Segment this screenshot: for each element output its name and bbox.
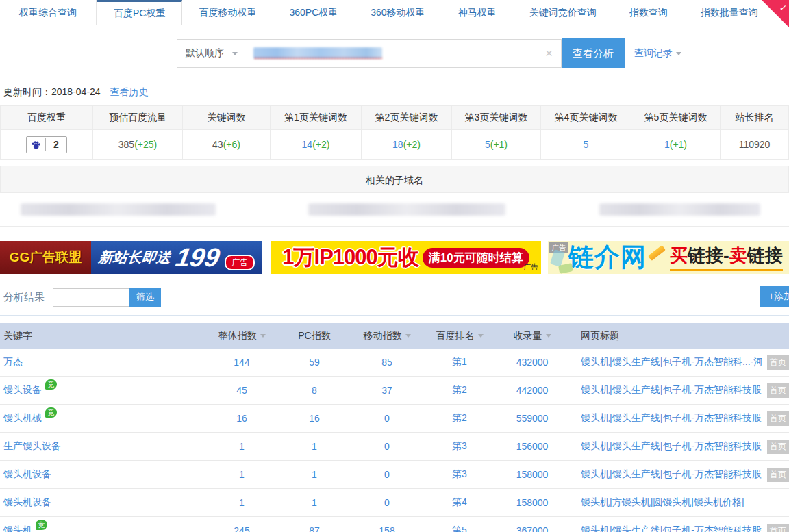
tab-index-query[interactable]: 指数查询 xyxy=(613,0,684,25)
tab-weight-overview[interactable]: 权重综合查询 xyxy=(0,0,97,25)
keyword-link[interactable]: 馒头机 xyxy=(3,524,32,532)
overall-index-value[interactable]: 1 xyxy=(205,441,278,452)
collected-value[interactable]: 158000 xyxy=(496,469,568,480)
pc-index-value[interactable]: 1 xyxy=(278,441,351,452)
baidu-rank-value: 第5 xyxy=(423,524,496,532)
tab-keyword-bidding[interactable]: 关键词竞价查询 xyxy=(513,0,613,25)
mobile-index-value[interactable]: 0 xyxy=(351,441,423,452)
pc-index-value[interactable]: 1 xyxy=(278,497,351,508)
page3-cell[interactable]: 5(+1) xyxy=(452,130,541,160)
page-title-link[interactable]: 馒头机|馒头生产线|包子机-万杰智能科...-河... xyxy=(581,356,762,368)
search-input[interactable]: × xyxy=(245,39,562,68)
page2-cell[interactable]: 18(+2) xyxy=(362,130,452,160)
tab-baidu-pc-weight[interactable]: 百度PC权重 xyxy=(97,0,182,25)
overall-index-value[interactable]: 1 xyxy=(205,497,278,508)
collected-value[interactable]: 432000 xyxy=(496,357,568,368)
page3-delta: (+1) xyxy=(490,139,508,150)
mobile-index-value[interactable]: 158 xyxy=(351,525,423,532)
homepage-badge: 首页 xyxy=(767,468,789,482)
page4-value[interactable]: 5 xyxy=(584,139,589,150)
page1-value[interactable]: 14 xyxy=(302,139,313,150)
keyword-link[interactable]: 馒头机设备 xyxy=(3,496,51,509)
view-history-link[interactable]: 查看历史 xyxy=(110,86,149,97)
tab-index-batch-query[interactable]: 指数批量查询 xyxy=(684,0,775,25)
page-title-link[interactable]: 馒头机|馒头生产线|包子机-万杰智能科技股份... xyxy=(581,384,762,396)
add-button[interactable]: +添加 xyxy=(760,286,789,307)
page1-cell[interactable]: 14(+2) xyxy=(271,130,362,160)
page-title-link[interactable]: 馒头机|馒头生产线|包子机-万杰智能科技股份... xyxy=(581,440,762,453)
collected-value[interactable]: 367000 xyxy=(496,525,568,532)
pc-index-value[interactable]: 87 xyxy=(278,525,351,532)
ad-banner-gg-alliance[interactable]: GG广告联盟 新站长即送 199 广告 xyxy=(0,241,262,274)
overall-index-value[interactable]: 144 xyxy=(205,357,278,368)
filter-button[interactable]: 筛选 xyxy=(129,288,161,307)
keyword-link[interactable]: 馒头机设备 xyxy=(3,468,51,481)
tab-360-pc-weight[interactable]: 360PC权重 xyxy=(273,0,354,25)
mobile-index-value[interactable]: 0 xyxy=(351,413,423,424)
baidu-rank-value: 第2 xyxy=(423,412,496,425)
overall-index-value[interactable]: 245 xyxy=(205,525,278,532)
analyze-button[interactable]: 查看分析 xyxy=(562,38,625,68)
pc-index-value[interactable]: 59 xyxy=(278,357,351,368)
query-records-link[interactable]: 查询记录 xyxy=(634,47,681,60)
overall-index-value[interactable]: 45 xyxy=(205,385,278,396)
update-line: 更新时间：2018-04-24 查看历史 xyxy=(3,86,789,99)
col-est-traffic: 预估百度流量 xyxy=(93,106,183,130)
keyword-link[interactable]: 馒头机械 xyxy=(3,412,42,425)
page5-value[interactable]: 1 xyxy=(664,139,670,150)
keywords-delta: (+6) xyxy=(223,139,240,150)
mobile-index-value[interactable]: 0 xyxy=(351,497,423,508)
baidu-rank-value: 第4 xyxy=(423,496,496,509)
col-baidu-rank[interactable]: 百度排名 xyxy=(423,330,496,342)
col-collected[interactable]: 收录量 xyxy=(496,330,568,342)
page2-value[interactable]: 18 xyxy=(392,139,403,150)
pc-index-value[interactable]: 16 xyxy=(278,413,351,424)
baidu-rank-value: 第1 xyxy=(423,356,496,368)
ad-banner-ip-buy[interactable]: 1万IP1000元收 满10元可随时结算 广告 xyxy=(271,241,541,274)
page-title-link[interactable]: 馒头机|方馒头机|圆馒头机|馒头机价格| xyxy=(581,496,744,509)
col-page4-keywords: 第4页关键词数 xyxy=(541,106,631,130)
page5-cell[interactable]: 1(+1) xyxy=(631,130,721,160)
tab-baidu-mobile-weight[interactable]: 百度移动权重 xyxy=(182,0,273,25)
overall-index-value[interactable]: 16 xyxy=(205,413,278,424)
page-title-link[interactable]: 馒头机|馒头生产线|包子机-万杰智能科技股份... xyxy=(581,524,762,532)
col-baidu-weight: 百度权重 xyxy=(1,106,93,130)
collected-value[interactable]: 156000 xyxy=(496,441,568,452)
paw-icon xyxy=(27,138,46,151)
page4-cell[interactable]: 5 xyxy=(541,130,631,160)
pc-index-value[interactable]: 1 xyxy=(278,469,351,480)
subdomain-link-blurred[interactable] xyxy=(308,203,505,216)
corner-ribbon[interactable]: ✓ xyxy=(762,0,789,27)
tab-360-mobile-weight[interactable]: 360移动权重 xyxy=(354,0,441,25)
keyword-link[interactable]: 万杰 xyxy=(3,356,23,368)
keywords-cell: 43(+6) xyxy=(183,130,271,160)
collected-value[interactable]: 559000 xyxy=(496,413,568,424)
filter-input[interactable] xyxy=(53,288,129,307)
ad-brand-text: 链介网 xyxy=(568,241,647,274)
col-mobile-index[interactable]: 移动指数 xyxy=(351,330,423,342)
bidding-badge: 竞 xyxy=(45,407,57,418)
keyword-link[interactable]: 馒头设备 xyxy=(3,384,42,396)
order-select[interactable]: 默认顺序 xyxy=(177,39,245,68)
tab-shenma-weight[interactable]: 神马权重 xyxy=(442,0,513,25)
order-select-label: 默认顺序 xyxy=(186,47,224,60)
mobile-index-value[interactable]: 37 xyxy=(351,385,423,396)
overview-table: 百度权重 预估百度流量 关键词数 第1页关键词数 第2页关键词数 第3页关键词数… xyxy=(0,105,789,160)
page3-value[interactable]: 5 xyxy=(485,139,490,150)
page2-delta: (+2) xyxy=(403,139,421,150)
ad-banner-link-market[interactable]: 广告 链介网 买链接-卖链接 xyxy=(548,241,789,274)
mobile-index-value[interactable]: 0 xyxy=(351,469,423,480)
mobile-index-value[interactable]: 85 xyxy=(351,357,423,368)
pc-index-value[interactable]: 8 xyxy=(278,385,351,396)
overall-index-value[interactable]: 1 xyxy=(205,469,278,480)
page-title-link[interactable]: 馒头机|馒头生产线|包子机-万杰智能科技股份... xyxy=(581,468,762,481)
subdomain-link-blurred[interactable] xyxy=(21,203,216,216)
baidu-weight-badge[interactable]: 2 xyxy=(26,136,67,153)
collected-value[interactable]: 442000 xyxy=(496,385,568,396)
keyword-link[interactable]: 生产馒头设备 xyxy=(3,440,61,453)
clear-icon[interactable]: × xyxy=(545,46,553,61)
col-overall-index[interactable]: 整体指数 xyxy=(205,330,278,342)
subdomain-link-blurred[interactable] xyxy=(599,203,760,216)
page-title-link[interactable]: 馒头机|馒头生产线|包子机-万杰智能科技股份... xyxy=(581,412,762,425)
collected-value[interactable]: 158000 xyxy=(496,497,568,508)
